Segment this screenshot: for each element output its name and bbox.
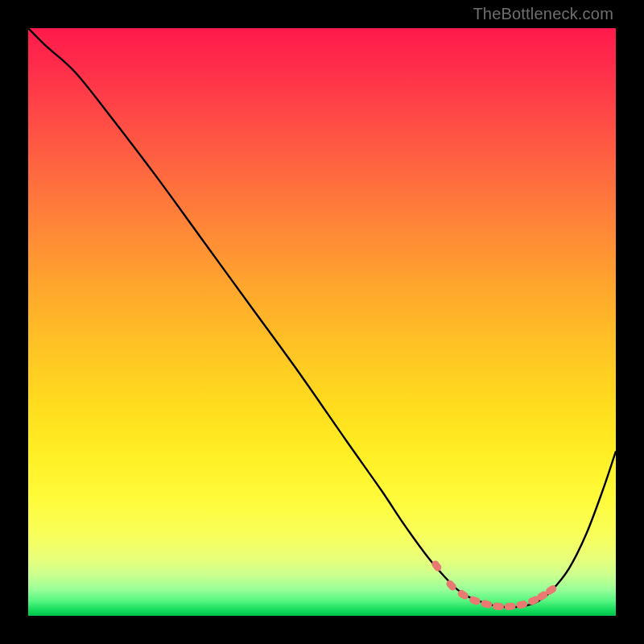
marker-pill [481,599,493,609]
marker-pill [504,602,516,610]
optimal-range-markers [431,559,558,611]
chart-frame: { "watermark": "TheBottleneck.com", "col… [0,0,644,644]
curve-layer [28,28,616,616]
watermark-text: TheBottleneck.com [473,5,613,23]
bottleneck-curve [28,28,616,607]
marker-pill [515,600,528,609]
plot-area [28,28,616,616]
marker-pill [493,602,505,610]
marker-pill [445,579,458,592]
